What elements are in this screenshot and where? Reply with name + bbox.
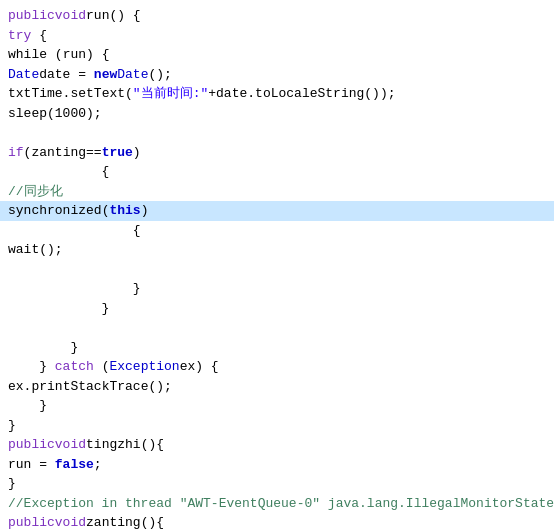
code-line: public void tingzhi(){ (0, 435, 554, 455)
code-line: } (0, 299, 554, 319)
code-line (0, 123, 554, 143)
code-line: } (0, 416, 554, 436)
code-line: while (run) { (0, 45, 554, 65)
code-line: } (0, 396, 554, 416)
code-line: } (0, 279, 554, 299)
code-line (0, 260, 554, 280)
code-line: { (0, 221, 554, 241)
code-line: sleep(1000); (0, 104, 554, 124)
code-line (0, 318, 554, 338)
code-block: public void run() { try { while (run) { … (0, 0, 554, 529)
code-line: public void run() { (0, 6, 554, 26)
code-line: } (0, 474, 554, 494)
code-line: synchronized(this) (0, 201, 554, 221)
code-line: wait(); (0, 240, 554, 260)
code-line: } (0, 338, 554, 358)
code-line: //同步化 (0, 182, 554, 202)
code-line: public void zanting(){ (0, 513, 554, 529)
code-line: try { (0, 26, 554, 46)
code-line: if(zanting==true) (0, 143, 554, 163)
code-line: txtTime.setText("当前时间:"+date.toLocaleStr… (0, 84, 554, 104)
code-line: Date date = new Date(); (0, 65, 554, 85)
code-line: ex.printStackTrace(); (0, 377, 554, 397)
code-line: //Exception in thread "AWT-EventQueue-0"… (0, 494, 554, 514)
code-line: } catch (Exception ex) { (0, 357, 554, 377)
code-line: { (0, 162, 554, 182)
code-line: run = false; (0, 455, 554, 475)
